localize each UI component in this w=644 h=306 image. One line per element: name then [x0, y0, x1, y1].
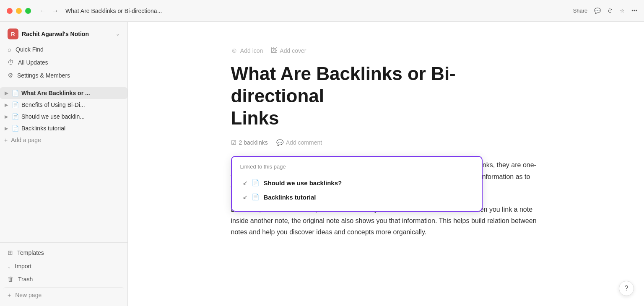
- history-icon: ⏱: [608, 8, 613, 14]
- sidebar-page-label: What Are Backlinks or ...: [21, 90, 90, 96]
- titlebar-actions: Share 💬 ⏱ ☆ •••: [573, 8, 637, 14]
- close-button[interactable]: [7, 8, 13, 14]
- sidebar-top: R Rachit Agarwal's Notion ⌄ ⌕ Quick Find…: [0, 22, 127, 84]
- traffic-lights: [7, 8, 31, 14]
- sidebar-item-trash[interactable]: 🗑 Trash: [3, 272, 124, 285]
- page-icon: 📄: [252, 179, 260, 187]
- star-icon: ☆: [620, 8, 625, 14]
- forward-button[interactable]: →: [50, 6, 60, 16]
- popup-link-tutorial[interactable]: ↙ 📄 Backlinks tutorial: [240, 190, 473, 204]
- sidebar-page-tutorial[interactable]: ▶ 📄 Backlinks tutorial: [0, 122, 127, 134]
- plus-icon: +: [8, 292, 11, 298]
- add-icon-button[interactable]: ☺ Add icon: [231, 47, 263, 54]
- templates-icon: ⊞: [8, 249, 13, 257]
- workspace-name: Rachit Agarwal's Notion: [22, 31, 112, 37]
- sidebar-page-label: Backlinks tutorial: [21, 125, 65, 132]
- plus-icon: +: [4, 137, 8, 143]
- sidebar-item-templates[interactable]: ⊞ Templates: [3, 246, 124, 259]
- page-icon: 📄: [252, 193, 260, 201]
- maximize-button[interactable]: [25, 8, 31, 14]
- app-layout: R Rachit Agarwal's Notion ⌄ ⌕ Quick Find…: [0, 22, 644, 306]
- gear-icon: ⚙: [8, 72, 13, 79]
- clock-icon: ⏱: [8, 59, 14, 66]
- backlink-arrow-icon: ↙: [243, 180, 247, 186]
- backlinks-row: ☑ 2 backlinks 💬 Add comment Linked to th…: [231, 139, 541, 146]
- import-icon: ↓: [8, 262, 11, 270]
- comment-icon: 💬: [594, 8, 601, 14]
- sidebar-page-should-use[interactable]: ▶ 📄 Should we use backlin...: [0, 111, 127, 122]
- sidebar-page-benefits[interactable]: ▶ 📄 Benefits of Using Bi-Di...: [0, 99, 127, 111]
- backlinks-check-icon: ☑: [231, 139, 236, 146]
- image-icon: 🖼: [270, 47, 277, 54]
- main-content: ☺ Add icon 🖼 Add cover What Are Backlink…: [128, 22, 644, 306]
- star-icon-button[interactable]: ☆: [620, 8, 625, 14]
- popup-link-should-use[interactable]: ↙ 📄 Should we use backlinks?: [240, 176, 473, 190]
- search-icon: ⌕: [8, 46, 11, 53]
- page-icon: 📄: [12, 90, 19, 96]
- page-title-bar: What Are Backlinks or Bi-directiona...: [65, 8, 573, 14]
- sidebar-bottom-label: Import: [15, 263, 32, 270]
- trash-icon: 🗑: [8, 275, 14, 283]
- sidebar: R Rachit Agarwal's Notion ⌄ ⌕ Quick Find…: [0, 22, 128, 306]
- titlebar: ← → What Are Backlinks or Bi-directiona.…: [0, 0, 644, 22]
- minimize-button[interactable]: [16, 8, 22, 14]
- expand-arrow-icon: ▶: [3, 126, 9, 131]
- chevron-down-icon: ⌄: [116, 31, 120, 37]
- popup-title: Linked to this page: [240, 163, 473, 170]
- sidebar-bottom-label: Templates: [17, 249, 44, 256]
- page-icon: 📄: [12, 101, 19, 108]
- add-comment-button[interactable]: 💬 Add comment: [276, 139, 322, 146]
- page-meta-actions: ☺ Add icon 🖼 Add cover: [231, 47, 541, 54]
- expand-arrow-icon: ▶: [3, 91, 9, 96]
- expand-arrow-icon: ▶: [3, 102, 9, 108]
- backlinks-button[interactable]: ☑ 2 backlinks: [231, 139, 268, 146]
- back-button[interactable]: ←: [38, 6, 48, 16]
- sidebar-item-import[interactable]: ↓ Import: [3, 259, 124, 272]
- help-button[interactable]: ?: [619, 281, 634, 296]
- sidebar-item-all-updates[interactable]: ⏱ All Updates: [3, 56, 124, 69]
- add-page-button[interactable]: + Add a page: [0, 134, 127, 146]
- popup-link-label: Backlinks tutorial: [264, 194, 316, 201]
- sidebar-pages: ▶ 📄 What Are Backlinks or ... ▶ 📄 Benefi…: [0, 87, 127, 242]
- history-icon-button[interactable]: ⏱: [608, 8, 613, 14]
- workspace-header[interactable]: R Rachit Agarwal's Notion ⌄: [3, 25, 124, 43]
- backlink-arrow-icon: ↙: [243, 194, 247, 200]
- share-button[interactable]: Share: [573, 8, 588, 14]
- page-title: What Are Backlinks or Bi-directional Lin…: [231, 63, 541, 129]
- sidebar-page-backlinks-intro[interactable]: ▶ 📄 What Are Backlinks or ...: [0, 87, 127, 99]
- sidebar-item-settings[interactable]: ⚙ Settings & Members: [3, 69, 124, 82]
- page-icon: 📄: [12, 125, 19, 132]
- page-icon: 📄: [12, 113, 19, 120]
- popup-link-label: Should we use backlinks?: [264, 179, 342, 187]
- sidebar-bottom: ⊞ Templates ↓ Import 🗑 Trash + New page: [0, 242, 127, 306]
- nav-arrows: ← →: [38, 6, 60, 16]
- comment-icon: 💬: [276, 139, 283, 146]
- sidebar-nav-label: All Updates: [18, 59, 48, 66]
- sidebar-item-quick-find[interactable]: ⌕ Quick Find: [3, 43, 124, 56]
- sidebar-nav-label: Quick Find: [16, 46, 44, 53]
- emoji-icon: ☺: [231, 47, 238, 54]
- sidebar-bottom-label: Trash: [18, 276, 33, 283]
- backlinks-popup: Linked to this page ↙ 📄 Should we use ba…: [231, 156, 483, 212]
- expand-arrow-icon: ▶: [3, 114, 9, 119]
- more-options-button[interactable]: •••: [631, 8, 637, 14]
- comment-icon-button[interactable]: 💬: [594, 8, 601, 14]
- page-content: ☺ Add icon 🖼 Add cover What Are Backlink…: [197, 22, 575, 282]
- sidebar-page-label: Benefits of Using Bi-Di...: [21, 101, 85, 108]
- sidebar-nav-label: Settings & Members: [17, 72, 70, 79]
- add-cover-button[interactable]: 🖼 Add cover: [270, 47, 306, 54]
- workspace-avatar: R: [8, 29, 18, 39]
- sidebar-page-label: Should we use backlin...: [21, 113, 85, 120]
- new-page-button[interactable]: + New page: [3, 287, 124, 303]
